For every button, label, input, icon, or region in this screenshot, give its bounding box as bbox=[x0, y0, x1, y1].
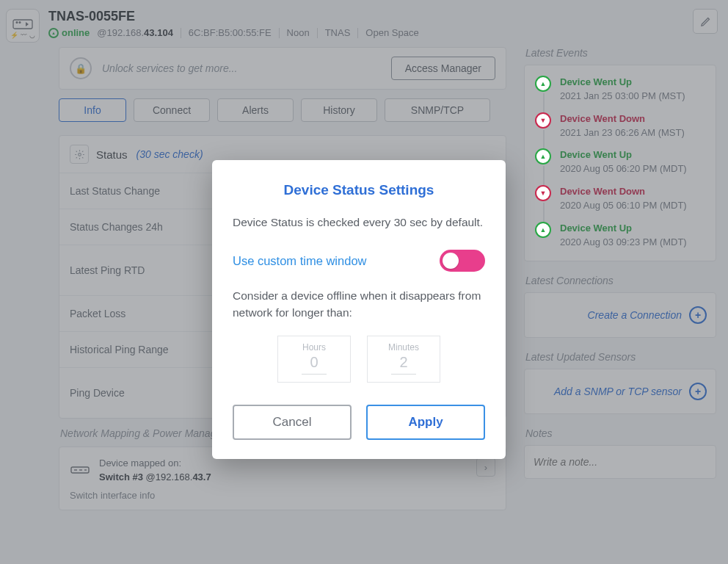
minutes-input-box: Minutes bbox=[367, 336, 440, 383]
modal-title: Device Status Settings bbox=[233, 182, 485, 198]
minutes-input[interactable] bbox=[368, 354, 440, 371]
minutes-label: Minutes bbox=[368, 342, 440, 352]
event-down-icon bbox=[535, 185, 551, 201]
event-up-icon bbox=[535, 76, 551, 92]
cancel-button[interactable]: Cancel bbox=[233, 405, 352, 440]
hours-label: Hours bbox=[278, 342, 350, 352]
device-status-settings-modal: Device Status Settings Device Status is … bbox=[212, 160, 506, 459]
modal-description: Device Status is checked every 30 sec by… bbox=[233, 214, 485, 231]
hours-input[interactable] bbox=[278, 354, 350, 371]
event-up-icon bbox=[535, 222, 551, 238]
custom-window-toggle[interactable] bbox=[440, 250, 485, 272]
custom-window-label: Use custom time window bbox=[233, 254, 366, 268]
hours-input-box: Hours bbox=[277, 336, 351, 383]
apply-button[interactable]: Apply bbox=[366, 405, 485, 440]
event-down-icon bbox=[535, 112, 551, 129]
modal-subtext: Consider a device offline when it disapp… bbox=[233, 288, 485, 321]
